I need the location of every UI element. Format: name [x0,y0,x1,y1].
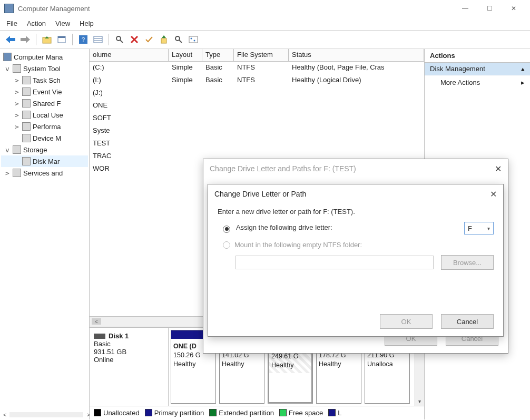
search-icon[interactable] [113,33,126,46]
radio-mount-folder[interactable] [223,241,230,249]
tree-item[interactable]: >Services and [1,167,88,179]
tree-root-label: Computer Mana [14,53,63,61]
volume-row[interactable]: (J:) [90,87,424,100]
tree-node-icon [22,134,31,142]
window-titlebar: Computer Management — ☐ ✕ [0,0,530,17]
tree-item[interactable]: vStorage [1,144,88,155]
volume-row[interactable]: (C:)SimpleBasicNTFSHealthy (Boot, Page F… [90,62,424,74]
back-icon[interactable] [4,33,17,46]
tree-item[interactable]: >Event Vie [1,86,88,97]
tree-expand-icon[interactable]: > [14,76,20,84]
close-button[interactable]: ✕ [502,1,526,16]
tree-expand-icon[interactable]: > [4,169,11,177]
menu-help[interactable]: Help [80,19,94,27]
volume-row[interactable]: Syste [90,125,424,138]
chevron-down-icon: ▾ [487,226,490,231]
dlg2-ok-button[interactable]: OK [380,314,433,329]
tree-item-label: Performa [33,123,61,131]
drive-letter-value: F [468,224,472,232]
forward-icon[interactable] [19,33,32,46]
volume-row[interactable]: TEST [90,138,424,150]
col-layout[interactable]: Layout [169,49,202,61]
hscroll-left[interactable]: < [92,318,101,325]
tree-expand-icon[interactable]: v [4,146,11,154]
tree-expand-icon[interactable]: > [14,111,20,119]
menu-view[interactable]: View [55,19,70,27]
list-icon[interactable] [92,33,104,46]
svg-marker-1 [21,36,30,43]
svg-rect-19 [189,36,198,43]
volume-header[interactable]: olume Layout Type File System Status [90,49,424,62]
dlg2-instruction: Enter a new drive letter or path for F: … [218,208,494,216]
svg-line-18 [179,40,182,43]
minimize-button[interactable]: — [453,1,477,16]
vscroll-down[interactable]: ▾ [415,396,424,406]
tree-node-icon [22,99,31,108]
legend-swatch-free [279,409,287,416]
tree-item[interactable]: >Task Sch [1,74,88,86]
actions-group[interactable]: Disk Management ▴ [425,63,530,75]
properties-icon[interactable] [55,33,68,46]
nav-tree[interactable]: Computer Mana vSystem Tool>Task Sch>Even… [0,49,90,419]
tree-root[interactable]: Computer Mana [1,51,88,63]
tree-expand-icon[interactable]: > [14,123,20,131]
disk-name: Disk 1 [109,332,129,340]
disk-info: Disk 1 Basic 931.51 GB Online [90,328,169,406]
tree-item[interactable]: >Shared F [1,97,88,109]
svg-line-12 [120,40,123,43]
main-hscroll-left[interactable]: < [3,412,6,418]
tree-item-label: System Tool [23,65,61,73]
help-icon[interactable]: ? [77,33,90,46]
tree-item[interactable]: Disk Mar [1,155,88,167]
legend-free: Free space [289,409,323,417]
tree-expand-icon[interactable]: v [4,65,11,73]
delete-icon[interactable] [128,33,141,46]
dlg1-close-icon[interactable]: ✕ [495,164,502,174]
tree-node-icon [22,111,31,119]
tree-expand-icon[interactable]: > [14,88,20,96]
dlg2-close-icon[interactable]: ✕ [490,189,497,199]
main-hscroll-right[interactable]: > [86,412,90,418]
legend-unallocated: Unallocated [103,409,140,417]
col-volume[interactable]: olume [90,49,169,61]
dlg1-title: Change Drive Letter and Paths for F: (TE… [210,164,356,173]
export-icon[interactable] [158,33,170,46]
dlg2-cancel-button[interactable]: Cancel [441,314,494,329]
label-assign-letter: Assign the following drive letter: [236,223,332,231]
tree-node-icon [13,169,21,177]
tree-item[interactable]: >Performa [1,121,88,132]
svg-point-21 [194,40,195,41]
tree-item[interactable]: Device M [1,132,88,144]
legend-swatch-extended [209,409,217,416]
folder-up-icon[interactable] [41,33,53,46]
dialog-change-letter: Change Drive Letter or Path ✕ Enter a ne… [208,184,504,337]
tree-item-label: Disk Mar [33,158,60,165]
tree-expand-icon[interactable]: > [14,100,20,108]
check-icon[interactable] [143,33,155,46]
menu-bar: File Action View Help [0,17,530,31]
mount-path-input [235,256,434,269]
menu-file[interactable]: File [6,19,17,27]
tree-item-label: Local Use [33,111,63,119]
volume-row[interactable]: ONE [90,100,424,112]
volume-row[interactable]: (I:)SimpleBasicNTFSHealthy (Logical Driv… [90,74,424,87]
drive-letter-select[interactable]: F ▾ [464,222,494,235]
tree-item[interactable]: >Local Use [1,109,88,121]
menu-action[interactable]: Action [27,19,46,27]
tree-item[interactable]: vSystem Tool [1,63,88,74]
svg-text:?: ? [82,36,85,43]
settings-icon[interactable] [187,33,200,46]
actions-more[interactable]: More Actions ▸ [425,75,530,90]
collapse-icon[interactable]: ▴ [521,65,525,73]
radio-assign-letter[interactable] [223,226,230,233]
svg-point-20 [191,37,192,39]
svg-rect-8 [94,36,102,43]
col-fs[interactable]: File System [234,49,289,61]
refresh-icon[interactable] [172,33,185,46]
col-type[interactable]: Type [202,49,234,61]
tree-item-label: Services and [23,169,63,177]
disk-state: Online [94,356,164,364]
col-status[interactable]: Status [289,49,424,61]
volume-row[interactable]: SOFT [90,112,424,125]
maximize-button[interactable]: ☐ [477,1,502,16]
